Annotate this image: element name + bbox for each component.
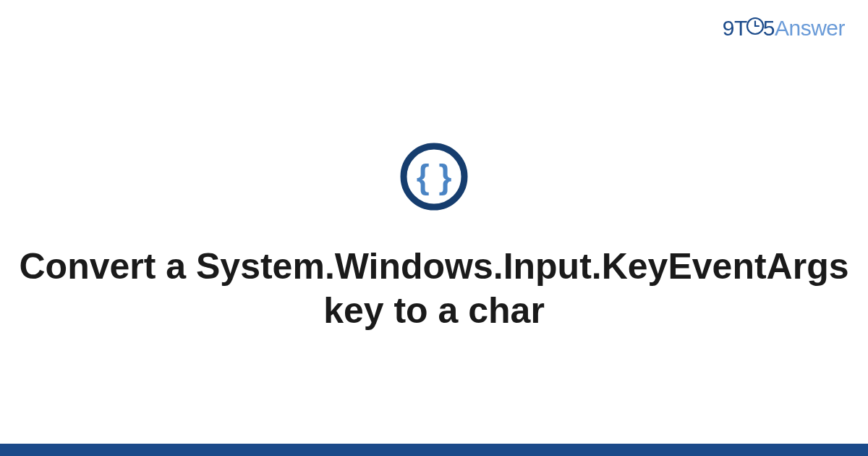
braces-icon: { }	[399, 142, 469, 214]
svg-text:{ }: { }	[417, 158, 452, 195]
footer-accent-bar	[0, 444, 868, 456]
main-content: { } Convert a System.Windows.Input.KeyEv…	[0, 0, 868, 445]
page-title: Convert a System.Windows.Input.KeyEventA…	[7, 245, 861, 333]
